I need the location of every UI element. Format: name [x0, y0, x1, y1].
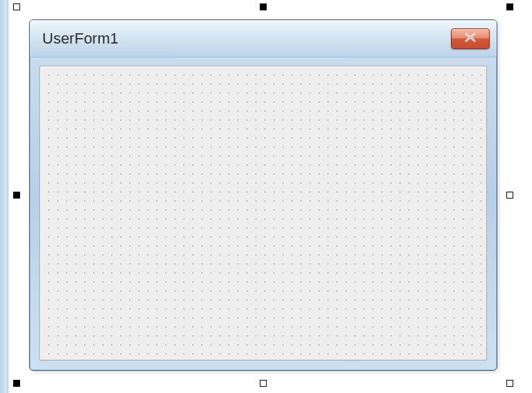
resize-handle-bottom-left[interactable]: [13, 380, 20, 387]
resize-handle-middle-left[interactable]: [13, 192, 20, 199]
selection-frame[interactable]: UserForm1: [14, 4, 513, 386]
form-design-grid[interactable]: [39, 66, 487, 360]
designer-ruler-edge: [0, 0, 8, 393]
titlebar[interactable]: UserForm1: [30, 20, 497, 57]
resize-handle-top-left[interactable]: [13, 3, 20, 10]
form-title: UserForm1: [42, 30, 118, 48]
close-button[interactable]: [451, 28, 490, 49]
close-icon: [463, 33, 477, 45]
userform-window[interactable]: UserForm1: [29, 19, 497, 371]
resize-handle-middle-right[interactable]: [506, 192, 513, 199]
resize-handle-top-middle[interactable]: [260, 3, 267, 10]
selection-inner: UserForm1: [21, 11, 506, 379]
resize-handle-bottom-right[interactable]: [506, 380, 513, 387]
resize-handle-top-right[interactable]: [506, 3, 513, 10]
resize-handle-bottom-middle[interactable]: [260, 380, 267, 387]
